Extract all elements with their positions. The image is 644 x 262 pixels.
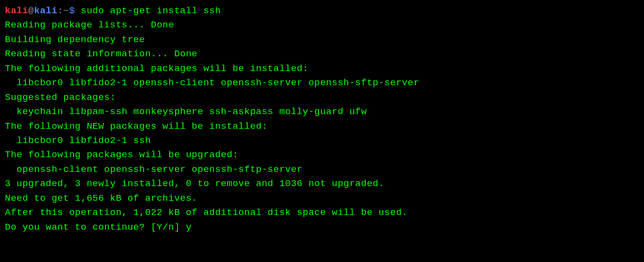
output-line: The following additional packages will b…	[5, 62, 639, 76]
output-line: 3 upgraded, 3 newly installed, 0 to remo…	[5, 177, 639, 191]
prompt-path: ~	[63, 5, 69, 16]
prompt-colon: :	[57, 5, 63, 16]
prompt-user: kali	[5, 5, 28, 16]
command-line[interactable]: kali@kali:~$ sudo apt-get install ssh	[5, 4, 639, 18]
output-line: Need to get 1,656 kB of archives.	[5, 191, 639, 206]
command-text: sudo apt-get install ssh	[81, 5, 221, 16]
output-line: After this operation, 1,022 kB of additi…	[5, 206, 639, 220]
output-line: Reading state information... Done	[5, 47, 639, 61]
output-line: Suggested packages:	[5, 91, 639, 105]
prompt-host: kali	[34, 5, 58, 16]
output-line: openssh-client openssh-server openssh-sf…	[5, 163, 639, 177]
output-line: libcbor0 libfido2-1 openssh-client opens…	[5, 76, 639, 90]
output-line: The following NEW packages will be insta…	[5, 119, 639, 134]
output-line: Building dependency tree	[5, 33, 639, 47]
output-line: Reading package lists... Done	[5, 18, 639, 32]
prompt-at: @	[28, 5, 34, 16]
prompt-dollar: $	[69, 5, 81, 16]
output-line: The following packages will be upgraded:	[5, 148, 639, 162]
output-line: libcbor0 libfido2-1 ssh	[5, 134, 639, 148]
continue-prompt[interactable]: Do you want to continue? [Y/n] y	[5, 220, 639, 235]
output-line: keychain libpam-ssh monkeysphere ssh-ask…	[5, 105, 639, 119]
